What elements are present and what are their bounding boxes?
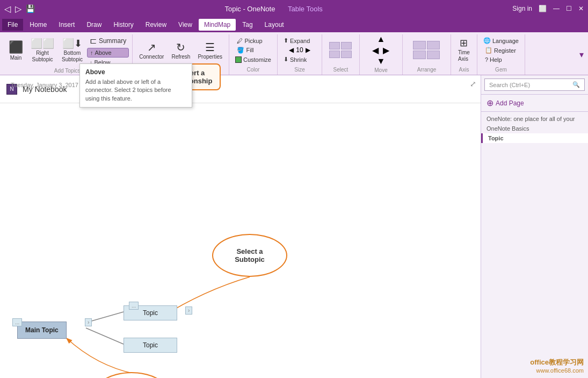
ribbon-group-select: Select [322,34,360,75]
title-bar-title: Topic - OneNote Table Tools [35,5,512,13]
ribbon-btn-summary[interactable]: ⊏ Summary [87,34,129,47]
menu-history[interactable]: History [108,19,139,31]
size-right-arrow[interactable]: ▶ [306,46,310,54]
ribbon-btn-refresh[interactable]: ↻ Refresh [168,40,193,61]
ribbon-color-btns: 🖊 Pickup 🪣 Fill Customize [233,34,274,66]
page-list-item-0[interactable]: OneNote: one place for all of your [481,114,588,124]
expand-canvas-icon[interactable]: ⤢ [470,80,476,88]
shrink-icon: ⬇ [284,56,288,63]
ribbon-btn-language[interactable]: 🌐 Language [481,36,521,45]
register-icon: 📋 [485,47,492,54]
close-button[interactable]: ✕ [578,5,584,12]
move-up-icon[interactable]: ▲ [377,34,386,44]
fill-icon: 🪣 [237,47,244,54]
menu-bar: File Home Insert Draw History Review Vie… [0,17,588,32]
page-list: OneNote: one place for all of your OneNo… [481,112,588,145]
watermark-line2: www.office68.com [530,367,584,374]
menu-mindmap[interactable]: MindMap [199,19,236,31]
ribbon-group-axis: ⊞ TimeAxis Axis [451,34,477,75]
add-page-icon: ⊕ [487,98,493,108]
topic-top-top-handle[interactable]: ... [129,302,139,310]
menu-home[interactable]: Home [24,19,52,31]
ribbon-group-label-color: Color [233,67,274,73]
ribbon-group-gem: 🌐 Language 📋 Register ? Help Gem [477,34,525,75]
menu-view[interactable]: View [173,19,198,31]
canvas-area: N My Notebook ⤢ Tuesday, January 3, 2017… [0,75,481,378]
window-mode-button[interactable]: ⬜ [539,5,547,12]
properties-icon: ☰ [205,41,215,54]
menu-tag[interactable]: Tag [237,19,258,31]
ribbon-scroll-button[interactable]: ▾ [577,34,586,75]
select-grid [329,42,352,58]
menu-review[interactable]: Review [140,19,172,31]
main-topic-right-handle[interactable]: › [85,318,92,326]
ribbon-btn-bottom-subtopic[interactable]: ⬜⬇ BottomSubtopic [59,37,86,64]
arrange-grid [413,41,440,59]
ribbon-btn-connector[interactable]: ↗ Connector [136,40,167,61]
move-right-icon[interactable]: ▶ [383,45,389,55]
ribbon-btn-pickup[interactable]: 🖊 Pickup [234,37,272,45]
move-down-icon[interactable]: ▼ [377,56,386,66]
page-list-item-1[interactable]: OneNote Basics [481,124,588,133]
ribbon-axis-btns: ⊞ TimeAxis [454,34,474,66]
minimize-button[interactable]: — [553,5,560,12]
customize-icon [235,56,242,63]
ribbon-group-color: 🖊 Pickup 🪣 Fill Customize Color [229,34,278,75]
ribbon-btn-customize[interactable]: Customize [233,55,274,64]
ribbon-btn-shrink[interactable]: ⬇ Shrink [281,55,318,64]
move-lr: ◀ ▶ [372,45,389,55]
ribbon-btn-main[interactable]: ⬛ Main [5,39,26,61]
dropdown-body: Add a label above or left of a connector… [85,78,186,103]
main-area: N My Notebook ⤢ Tuesday, January 3, 2017… [0,75,588,378]
ribbon-group-arrange: Arrange [403,34,451,75]
move-left-icon[interactable]: ◀ [372,45,379,55]
title-bar-controls: Sign in ⬜ — ☐ ✕ [512,5,584,12]
page-header: N My Notebook [0,75,481,103]
arrange-cell-1 [413,41,426,49]
menu-draw[interactable]: Draw [81,19,107,31]
signin-button[interactable]: Sign in [512,5,532,12]
back-icon[interactable]: ◁ [4,4,11,14]
move-controls: ▲ ◀ ▶ ▼ [372,34,389,66]
page-list-item-2[interactable]: Topic [481,133,588,143]
add-page-button[interactable]: ⊕ Add Page [481,95,588,112]
arrange-cell-3 [413,51,426,59]
maximize-button[interactable]: ☐ [566,5,572,12]
ribbon-btn-fill[interactable]: 🪣 Fill [234,46,272,55]
ribbon-size-btns: ⬆ Expand ◀ 10 ▶ ⬇ Shrink [281,34,318,66]
ribbon-move-btns: ▲ ◀ ▶ ▼ [363,34,399,66]
ribbon-btn-properties[interactable]: ☰ Properties [194,40,226,61]
ribbon-group-label-size: Size [281,67,318,73]
forward-icon[interactable]: ▷ [15,4,21,14]
summary-icon: ⊏ [90,35,97,46]
size-value: 10 [296,46,303,54]
main-topic-left-handle[interactable]: ... [12,318,22,326]
above-dropdown-tooltip: Above Add a label above or left of a con… [79,63,192,108]
select-parent-callout: Select aParent Topic [91,372,172,378]
ribbon-group-label-arrange: Arrange [406,67,447,73]
search-area: Search (Ctrl+E) 🔍 [481,75,588,95]
menu-file[interactable]: File [2,19,23,31]
ribbon-btn-right-subtopic[interactable]: ⬜⬜ RightSubtopic [27,37,57,64]
svg-line-1 [86,328,124,344]
ribbon-group-label-gem: Gem [481,67,521,73]
topic-bottom-box[interactable]: Topic [124,338,177,353]
topic-top-right-handle[interactable]: › [185,306,192,315]
select-cell-3 [329,51,340,58]
bottom-subtopic-icon: ⬜⬇ [62,38,82,50]
menu-insert[interactable]: Insert [53,19,80,31]
ribbon-btn-expand[interactable]: ⬆ Expand [281,36,318,45]
title-bar: ◁ ▷ 💾 Topic - OneNote Table Tools Sign i… [0,0,588,17]
search-icon[interactable]: 🔍 [572,81,580,88]
ribbon-btn-above[interactable]: ↑ Above [87,48,129,58]
ribbon-group-label-move: Move [363,67,399,73]
size-left-arrow[interactable]: ◀ [289,46,294,54]
ribbon-btn-help[interactable]: ? Help [482,55,520,64]
menu-layout[interactable]: Layout [259,19,289,31]
main-topic-box[interactable]: Main Topic [17,322,67,339]
ribbon-btn-time-axis[interactable]: ⊞ TimeAxis [454,37,474,63]
ribbon-btn-register[interactable]: 📋 Register [482,46,520,55]
pickup-icon: 🖊 [237,38,243,44]
save-icon[interactable]: 💾 [26,4,35,13]
search-box[interactable]: Search (Ctrl+E) 🔍 [484,79,585,91]
